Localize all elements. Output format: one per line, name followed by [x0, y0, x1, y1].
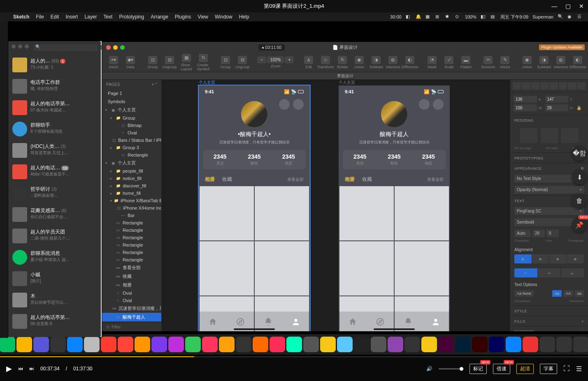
dock-app-icon[interactable] [253, 337, 268, 352]
play-icon[interactable]: ▶ [6, 364, 12, 373]
align-left-icon[interactable] [513, 82, 521, 90]
share-icon[interactable]: �함 [572, 146, 587, 161]
menu-edit[interactable]: Edit [47, 14, 63, 20]
user-name[interactable]: Superman [532, 14, 553, 19]
layer-row[interactable]: ▭Rectangle [102, 219, 161, 226]
status-icon[interactable]: ▦ [425, 14, 431, 20]
progress-bar[interactable] [0, 356, 588, 357]
tb-rotate[interactable]: ↻Rotate [335, 56, 350, 69]
bell-icon[interactable] [264, 317, 273, 326]
quality-button[interactable]: 超清 [516, 364, 534, 374]
stat-fans[interactable]: 2345粉丝 [377, 153, 411, 166]
maximize-icon[interactable]: ▢ [565, 3, 571, 9]
distribute-icon[interactable] [577, 82, 586, 90]
artboard-header[interactable]: ▾▣个人主页 [102, 159, 161, 167]
status-icon[interactable]: 🔔 [416, 14, 421, 20]
layer-row[interactable]: Aa查看全部 [102, 263, 161, 272]
volume-icon[interactable]: 🔊 [426, 366, 432, 372]
menu-text[interactable]: Text [100, 14, 116, 20]
prev-icon[interactable]: ⏮ [18, 366, 23, 372]
align-right-icon[interactable]: ≡ [549, 254, 567, 263]
menu-arrange[interactable]: Arrange [147, 14, 172, 20]
w-input[interactable] [514, 104, 537, 111]
zoom-value[interactable]: 102% [267, 56, 284, 63]
conversation-item[interactable]: 哲学研讨 (3) ·: 塑料鼠标垫… [8, 182, 101, 204]
conversation-item[interactable]: 木 所以你春节还可以… [8, 289, 101, 311]
status-icon[interactable]: ✱ [445, 14, 451, 20]
dock-app-icon[interactable] [573, 337, 588, 352]
dock-app-icon[interactable] [523, 337, 538, 352]
clock[interactable]: 周五 下午9:09 [500, 14, 528, 20]
tb-data[interactable]: ◆▾Data [123, 56, 138, 69]
para-spacing[interactable]: 0 [546, 229, 559, 237]
layer-row[interactable]: ▾📁Group [102, 114, 161, 122]
dock-app-icon[interactable] [135, 337, 150, 352]
person-icon[interactable] [431, 317, 440, 326]
playlist-icon[interactable]: ☰ [576, 365, 582, 373]
stat-fans[interactable]: 2345粉丝 [237, 153, 271, 166]
status-icon[interactable]: ◧ [406, 14, 411, 20]
tab-album[interactable]: 相册 [345, 176, 355, 183]
conversation-item[interactable]: 超人的… (83)1 73-小杜菌: 1 [8, 54, 101, 76]
layer-row[interactable]: ▸📁notice_fill [102, 175, 161, 182]
volume-slider[interactable] [439, 368, 463, 369]
dock-app-icon[interactable] [33, 337, 49, 352]
tb-scale[interactable]: ⤢Scale [442, 56, 456, 69]
fix-size-control[interactable] [541, 128, 558, 143]
user-avatar[interactable] [241, 101, 267, 127]
char-spacing[interactable]: Auto [514, 229, 531, 237]
menu-window[interactable]: Window [211, 14, 236, 20]
tb-scissors[interactable]: ✂Scissors [481, 56, 495, 69]
menu-help[interactable]: Help [236, 14, 253, 20]
discover-icon[interactable] [376, 317, 385, 326]
tb-symbol[interactable]: ↻Create Symbol [196, 54, 211, 71]
tb-intersect2[interactable]: ◍Intersect [553, 56, 568, 69]
artboard-label[interactable]: 个人主页 [199, 80, 215, 85]
pin-icon[interactable]: 📌NEW [572, 217, 587, 232]
tb-ungroup2[interactable]: ⊟Ungroup [235, 56, 250, 69]
tb-ungroup[interactable]: ⊟Ungroup [162, 56, 177, 69]
tb-difference[interactable]: ◐Difference [402, 56, 417, 69]
dock-app-icon[interactable] [320, 337, 336, 352]
h-input[interactable] [545, 104, 569, 111]
minimize-icon[interactable] [113, 45, 118, 50]
tb-subtract2[interactable]: ◑Subtract [537, 56, 551, 69]
menu-plugins[interactable]: Plugins [172, 14, 194, 20]
close-icon[interactable]: ✕ [579, 3, 584, 9]
align-top-icon[interactable] [540, 82, 548, 90]
trash-icon[interactable]: 🗑 [572, 194, 587, 208]
subtitle-button[interactable]: 字幕 [540, 364, 557, 374]
dock-app-icon[interactable] [539, 337, 555, 352]
layer-row[interactable]: ○Oval [102, 297, 161, 304]
view-all-link[interactable]: 查看全部 [427, 177, 444, 182]
layer-row[interactable]: ▸📁people_fill [102, 167, 161, 175]
menu-insert[interactable]: Insert [62, 14, 81, 20]
tab-album[interactable]: 相册 [205, 176, 215, 183]
stat-follow[interactable]: 2345关注 [203, 153, 237, 166]
layer-row[interactable]: ○Oval [102, 129, 161, 136]
wechat-conversation-list[interactable]: 🔍 超人的… (83)1 73-小杜菌: 1 电话亭工作群 嗯, 传好我先理 超… [8, 41, 101, 337]
dock-app-icon[interactable] [404, 337, 420, 352]
layer-row[interactable]: ▸📁Group 3 [102, 144, 161, 151]
align-justify-icon[interactable]: ≡ [567, 254, 584, 263]
dock-app-icon[interactable] [303, 337, 319, 352]
photo-cell[interactable] [255, 241, 309, 296]
mark-button[interactable]: 标记NEW [469, 364, 487, 374]
layer-row[interactable]: ▢Bitmap [102, 122, 161, 129]
dock-app-icon[interactable] [16, 337, 32, 352]
tb-subtract[interactable]: ◑Subtract [369, 56, 383, 69]
layer-row[interactable]: ▾📁iPhone X/Bars/Tab Bar/… [102, 197, 161, 204]
add-page-icon[interactable]: + ˄ [151, 82, 157, 87]
x-input[interactable] [514, 96, 537, 103]
layer-row[interactable]: —Bar [102, 212, 161, 219]
tb-group[interactable]: ⊡Group [145, 56, 160, 69]
dock-app-icon[interactable] [371, 337, 386, 352]
traffic-light[interactable] [18, 44, 22, 48]
conversation-item[interactable]: 群聊助手 8 个群聊有新消息 [8, 118, 101, 140]
valign-mid-icon[interactable]: ─ [538, 268, 561, 277]
fills-header[interactable]: Fills+ [510, 316, 588, 326]
layer-row[interactable]: ○Oval [102, 289, 161, 297]
conversation-item[interactable]: 电话亭工作群 嗯, 传好我先理 [8, 76, 101, 97]
dock-app-icon[interactable] [270, 337, 285, 352]
align-left-icon[interactable]: ≡ [514, 254, 532, 263]
